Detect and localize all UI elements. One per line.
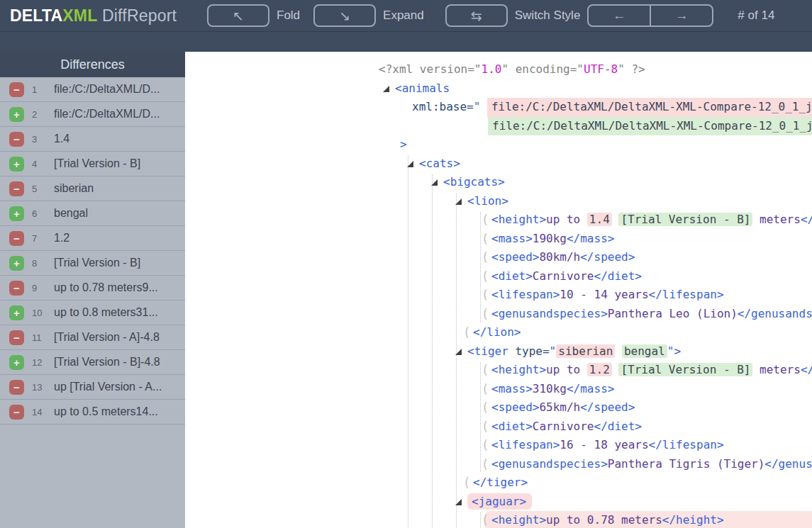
xml-token-attr: xml:base= (412, 100, 474, 113)
leaf-marker-icon: ( (463, 323, 470, 342)
added-badge-icon: + (9, 256, 24, 271)
leaf-marker-icon: ( (482, 417, 489, 437)
removed-badge-icon: − (9, 231, 24, 246)
expander-icon[interactable] (407, 161, 413, 167)
leaf-marker-icon: ( (482, 210, 489, 230)
switch-style-button[interactable]: ⇆ (445, 4, 508, 27)
diff-item[interactable]: −14up to 0.5 meters14... (0, 400, 185, 425)
xml-line: (<speed>80km/h</speed> (491, 248, 812, 267)
added-badge-icon: + (9, 305, 24, 320)
diff-item-number: 6 (32, 208, 46, 219)
subtree: <cats><bigcats><lion>(<height>up to 1.4 … (395, 155, 812, 528)
xml-token-txt: 80km/h (539, 250, 580, 264)
added-badge-icon: + (9, 107, 24, 122)
xml-token-txt: Carnivore (533, 420, 594, 433)
xml-token-tag: </lifespan> (649, 288, 724, 301)
diff-item-text: 1.2 (54, 232, 69, 245)
removed-badge-icon: − (9, 281, 24, 296)
diff-item[interactable]: +6bengal (0, 201, 185, 226)
xml-token-tag: </diet> (594, 269, 642, 283)
xml-line: (</tiger> (467, 473, 812, 493)
diff-item[interactable]: −9up to 0.78 meters9... (0, 276, 185, 300)
xml-line: <bigcats> (443, 173, 812, 192)
expander-icon[interactable] (383, 86, 389, 92)
xml-token-tag: <animals (395, 82, 450, 95)
xml-token-tag: <lifespan> (491, 438, 560, 451)
subtree: (<height>up to 1.2 [Trial Version - B] m… (467, 361, 812, 473)
diff-item[interactable]: −31.4 (0, 127, 185, 152)
xml-token-txt: up to 0.78 meters (546, 513, 662, 527)
next-diff-button[interactable]: → (651, 6, 712, 26)
xml-token-tagp: <jaguar> (467, 493, 532, 510)
xml-token-hlgw: file:/C:/DeltaXML/DeltaXML-XML-Compare-1… (488, 117, 812, 136)
diff-item[interactable]: +10up to 0.8 meters31... (0, 300, 185, 325)
added-badge-icon: + (9, 206, 24, 221)
diff-item[interactable]: +2file:/C:/DeltaXML/D... (0, 102, 185, 127)
diff-item-number: 2 (32, 109, 46, 120)
app-logo: DELTAXML DiffReport (10, 6, 191, 26)
leaf-marker-icon: ( (482, 305, 489, 324)
diff-item[interactable]: −5siberian (0, 176, 185, 201)
xml-line: <lion> (467, 192, 812, 211)
xml-line: (<lifespan>10 - 14 years</lifespan> (491, 286, 812, 305)
xml-token-hlpw: file:/C:/DeltaXML/DeltaXML-XML-Compare-1… (487, 98, 812, 117)
xml-token-tag: </tiger> (473, 476, 528, 489)
added-badge-icon: + (9, 157, 24, 172)
xml-line: (<genusandspecies>Panthera Tigris (Tiger… (491, 455, 812, 474)
leaf-marker-icon: ( (482, 286, 489, 305)
xml-token-pl: " ?> (618, 62, 645, 76)
leaf-marker-icon: ( (482, 380, 489, 399)
diff-item[interactable]: +4[Trial Version - B] (0, 152, 185, 176)
nav-buttons: ← → (587, 4, 713, 27)
expander-icon[interactable] (455, 349, 462, 355)
xml-token-tag: </height> (801, 213, 812, 226)
xml-token-tag: "> (667, 344, 681, 358)
subtree: (<height>up to 1.4 [Trial Version - B] m… (467, 210, 812, 323)
xml-token-tag: </mass> (567, 382, 614, 395)
fold-arrow-icon: ↖ (233, 6, 244, 26)
leaf-marker-icon: ( (482, 267, 489, 286)
expand-button[interactable]: ↘ (313, 4, 376, 27)
diff-item[interactable]: +8[Trial Version - B] (0, 251, 185, 276)
diff-item[interactable]: −1file:/C:/DeltaXML/D... (0, 77, 185, 102)
expander-icon[interactable] (455, 198, 462, 205)
xml-token-tag: <tiger (467, 344, 515, 358)
xml-token-tag: </diet> (594, 420, 642, 433)
subtree: <lion>(<height>up to 1.4 [Trial Version … (443, 192, 812, 528)
diff-item[interactable]: −11[Trial Version - A]-4.8 (0, 325, 185, 350)
diff-item[interactable]: −13up [Trial Version - A... (0, 375, 185, 400)
xml-token-tag: </genusandspecies> (764, 457, 812, 471)
xml-line: (</lion> (467, 323, 812, 342)
sidebar-title: Differences (0, 52, 185, 77)
diff-item-number: 10 (32, 308, 46, 318)
diff-item[interactable]: +12[Trial Version - B]-4.8 (0, 350, 185, 375)
fold-label: Fold (277, 9, 300, 23)
xml-token-tag: </lifespan> (649, 438, 724, 451)
xml-token-hlp: 1.2 (587, 363, 612, 376)
diff-item[interactable]: −71.2 (0, 226, 185, 251)
xml-token-txt: Panthera Tigris (Tiger) (608, 457, 765, 471)
diff-item-number: 9 (32, 283, 46, 293)
xml-token-txt: meters (752, 363, 800, 376)
fold-button[interactable]: ↖ (207, 4, 269, 27)
xml-token-txt: up to (546, 213, 587, 226)
xml-line: (<diet>Carnivore</diet> (491, 417, 812, 437)
expander-icon[interactable] (455, 499, 462, 505)
xml-token-tag: <diet> (491, 269, 533, 283)
xml-token-tag: <mass> (491, 382, 533, 395)
diff-item-text: up to 0.8 meters31... (54, 306, 158, 319)
xml-token-pl: " encoding=" (501, 62, 584, 76)
diff-counter: # of 14 (738, 9, 774, 23)
xml-token-tag: <lion> (467, 194, 508, 208)
previous-diff-button[interactable]: ← (589, 6, 650, 26)
diff-item-text: [Trial Version - B] (54, 157, 140, 170)
xml-token-tag: <mass> (491, 232, 533, 245)
xml-token-tag: <height> (491, 363, 546, 376)
leaf-marker-icon: ( (482, 436, 489, 455)
xml-line: (<mass>190kg</mass> (491, 230, 812, 249)
expander-icon[interactable] (431, 179, 438, 186)
leaf-marker-icon: ( (482, 230, 489, 249)
removed-badge-icon: − (9, 405, 24, 420)
diff-item-number: 7 (32, 233, 46, 244)
diff-item-number: 1 (32, 84, 46, 95)
